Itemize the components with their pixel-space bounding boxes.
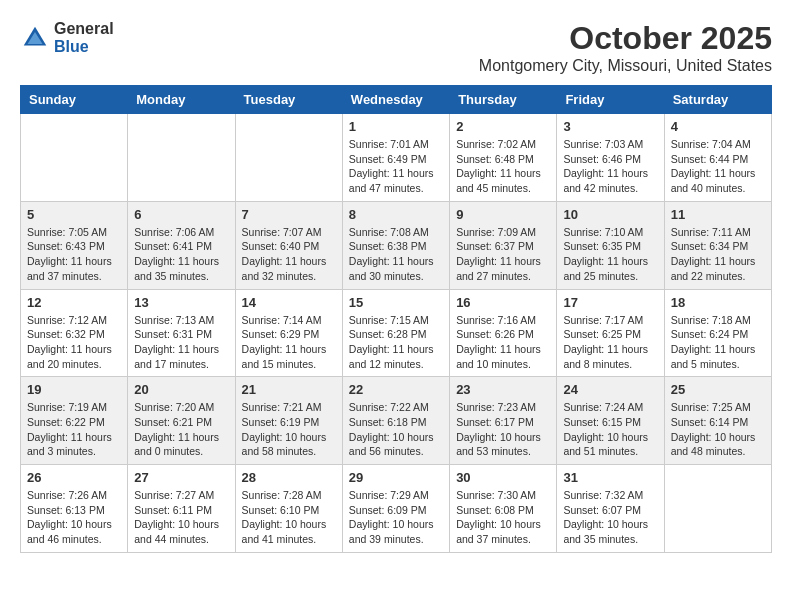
calendar-day-cell: 23Sunrise: 7:23 AM Sunset: 6:17 PM Dayli… <box>450 377 557 465</box>
day-number: 31 <box>563 470 657 485</box>
calendar-day-cell: 22Sunrise: 7:22 AM Sunset: 6:18 PM Dayli… <box>342 377 449 465</box>
day-info: Sunrise: 7:03 AM Sunset: 6:46 PM Dayligh… <box>563 137 657 196</box>
calendar-day-cell: 12Sunrise: 7:12 AM Sunset: 6:32 PM Dayli… <box>21 289 128 377</box>
day-info: Sunrise: 7:12 AM Sunset: 6:32 PM Dayligh… <box>27 313 121 372</box>
location-title: Montgomery City, Missouri, United States <box>479 57 772 75</box>
header-monday: Monday <box>128 86 235 114</box>
day-number: 17 <box>563 295 657 310</box>
day-info: Sunrise: 7:18 AM Sunset: 6:24 PM Dayligh… <box>671 313 765 372</box>
day-info: Sunrise: 7:21 AM Sunset: 6:19 PM Dayligh… <box>242 400 336 459</box>
day-info: Sunrise: 7:05 AM Sunset: 6:43 PM Dayligh… <box>27 225 121 284</box>
calendar-day-cell: 30Sunrise: 7:30 AM Sunset: 6:08 PM Dayli… <box>450 465 557 553</box>
day-number: 7 <box>242 207 336 222</box>
calendar-day-cell: 29Sunrise: 7:29 AM Sunset: 6:09 PM Dayli… <box>342 465 449 553</box>
calendar-day-cell: 13Sunrise: 7:13 AM Sunset: 6:31 PM Dayli… <box>128 289 235 377</box>
day-number: 19 <box>27 382 121 397</box>
calendar-day-cell: 25Sunrise: 7:25 AM Sunset: 6:14 PM Dayli… <box>664 377 771 465</box>
calendar-day-cell: 6Sunrise: 7:06 AM Sunset: 6:41 PM Daylig… <box>128 201 235 289</box>
day-info: Sunrise: 7:29 AM Sunset: 6:09 PM Dayligh… <box>349 488 443 547</box>
day-info: Sunrise: 7:08 AM Sunset: 6:38 PM Dayligh… <box>349 225 443 284</box>
day-number: 25 <box>671 382 765 397</box>
logo-general-text: General <box>54 20 114 38</box>
day-number: 11 <box>671 207 765 222</box>
logo-blue-text: Blue <box>54 38 114 56</box>
calendar-week-row: 19Sunrise: 7:19 AM Sunset: 6:22 PM Dayli… <box>21 377 772 465</box>
day-number: 5 <box>27 207 121 222</box>
calendar-day-cell: 27Sunrise: 7:27 AM Sunset: 6:11 PM Dayli… <box>128 465 235 553</box>
day-number: 14 <box>242 295 336 310</box>
day-number: 1 <box>349 119 443 134</box>
day-info: Sunrise: 7:28 AM Sunset: 6:10 PM Dayligh… <box>242 488 336 547</box>
day-info: Sunrise: 7:15 AM Sunset: 6:28 PM Dayligh… <box>349 313 443 372</box>
day-number: 24 <box>563 382 657 397</box>
day-info: Sunrise: 7:01 AM Sunset: 6:49 PM Dayligh… <box>349 137 443 196</box>
day-number: 27 <box>134 470 228 485</box>
day-info: Sunrise: 7:09 AM Sunset: 6:37 PM Dayligh… <box>456 225 550 284</box>
day-number: 26 <box>27 470 121 485</box>
calendar-day-cell: 8Sunrise: 7:08 AM Sunset: 6:38 PM Daylig… <box>342 201 449 289</box>
day-number: 6 <box>134 207 228 222</box>
day-info: Sunrise: 7:27 AM Sunset: 6:11 PM Dayligh… <box>134 488 228 547</box>
calendar-day-cell: 2Sunrise: 7:02 AM Sunset: 6:48 PM Daylig… <box>450 114 557 202</box>
calendar-day-cell <box>235 114 342 202</box>
day-info: Sunrise: 7:10 AM Sunset: 6:35 PM Dayligh… <box>563 225 657 284</box>
calendar-table: Sunday Monday Tuesday Wednesday Thursday… <box>20 85 772 553</box>
day-number: 9 <box>456 207 550 222</box>
day-info: Sunrise: 7:11 AM Sunset: 6:34 PM Dayligh… <box>671 225 765 284</box>
header-tuesday: Tuesday <box>235 86 342 114</box>
day-number: 30 <box>456 470 550 485</box>
calendar-day-cell: 19Sunrise: 7:19 AM Sunset: 6:22 PM Dayli… <box>21 377 128 465</box>
day-number: 23 <box>456 382 550 397</box>
day-info: Sunrise: 7:14 AM Sunset: 6:29 PM Dayligh… <box>242 313 336 372</box>
day-number: 12 <box>27 295 121 310</box>
calendar-day-cell: 16Sunrise: 7:16 AM Sunset: 6:26 PM Dayli… <box>450 289 557 377</box>
day-info: Sunrise: 7:06 AM Sunset: 6:41 PM Dayligh… <box>134 225 228 284</box>
day-info: Sunrise: 7:26 AM Sunset: 6:13 PM Dayligh… <box>27 488 121 547</box>
header-saturday: Saturday <box>664 86 771 114</box>
calendar-day-cell: 21Sunrise: 7:21 AM Sunset: 6:19 PM Dayli… <box>235 377 342 465</box>
calendar-day-cell <box>128 114 235 202</box>
calendar-week-row: 12Sunrise: 7:12 AM Sunset: 6:32 PM Dayli… <box>21 289 772 377</box>
calendar-day-cell: 18Sunrise: 7:18 AM Sunset: 6:24 PM Dayli… <box>664 289 771 377</box>
calendar-day-cell: 11Sunrise: 7:11 AM Sunset: 6:34 PM Dayli… <box>664 201 771 289</box>
day-number: 21 <box>242 382 336 397</box>
calendar-day-cell: 28Sunrise: 7:28 AM Sunset: 6:10 PM Dayli… <box>235 465 342 553</box>
calendar-day-cell: 31Sunrise: 7:32 AM Sunset: 6:07 PM Dayli… <box>557 465 664 553</box>
day-number: 13 <box>134 295 228 310</box>
header-wednesday: Wednesday <box>342 86 449 114</box>
calendar-day-cell: 1Sunrise: 7:01 AM Sunset: 6:49 PM Daylig… <box>342 114 449 202</box>
day-info: Sunrise: 7:04 AM Sunset: 6:44 PM Dayligh… <box>671 137 765 196</box>
calendar-week-row: 5Sunrise: 7:05 AM Sunset: 6:43 PM Daylig… <box>21 201 772 289</box>
calendar-day-cell: 24Sunrise: 7:24 AM Sunset: 6:15 PM Dayli… <box>557 377 664 465</box>
day-number: 4 <box>671 119 765 134</box>
day-number: 22 <box>349 382 443 397</box>
day-info: Sunrise: 7:32 AM Sunset: 6:07 PM Dayligh… <box>563 488 657 547</box>
calendar-day-cell: 17Sunrise: 7:17 AM Sunset: 6:25 PM Dayli… <box>557 289 664 377</box>
day-number: 15 <box>349 295 443 310</box>
logo-icon <box>20 23 50 53</box>
day-number: 18 <box>671 295 765 310</box>
calendar-week-row: 1Sunrise: 7:01 AM Sunset: 6:49 PM Daylig… <box>21 114 772 202</box>
calendar-day-cell: 20Sunrise: 7:20 AM Sunset: 6:21 PM Dayli… <box>128 377 235 465</box>
day-info: Sunrise: 7:20 AM Sunset: 6:21 PM Dayligh… <box>134 400 228 459</box>
day-number: 16 <box>456 295 550 310</box>
calendar-day-cell <box>664 465 771 553</box>
day-number: 10 <box>563 207 657 222</box>
day-number: 28 <box>242 470 336 485</box>
header-friday: Friday <box>557 86 664 114</box>
day-info: Sunrise: 7:16 AM Sunset: 6:26 PM Dayligh… <box>456 313 550 372</box>
header-thursday: Thursday <box>450 86 557 114</box>
day-info: Sunrise: 7:13 AM Sunset: 6:31 PM Dayligh… <box>134 313 228 372</box>
month-title: October 2025 <box>479 20 772 57</box>
day-info: Sunrise: 7:07 AM Sunset: 6:40 PM Dayligh… <box>242 225 336 284</box>
page-container: General Blue October 2025 Montgomery Cit… <box>20 20 772 553</box>
day-info: Sunrise: 7:22 AM Sunset: 6:18 PM Dayligh… <box>349 400 443 459</box>
day-number: 29 <box>349 470 443 485</box>
calendar-day-cell: 26Sunrise: 7:26 AM Sunset: 6:13 PM Dayli… <box>21 465 128 553</box>
calendar-day-cell: 9Sunrise: 7:09 AM Sunset: 6:37 PM Daylig… <box>450 201 557 289</box>
day-info: Sunrise: 7:19 AM Sunset: 6:22 PM Dayligh… <box>27 400 121 459</box>
calendar-day-cell: 7Sunrise: 7:07 AM Sunset: 6:40 PM Daylig… <box>235 201 342 289</box>
day-number: 8 <box>349 207 443 222</box>
day-info: Sunrise: 7:17 AM Sunset: 6:25 PM Dayligh… <box>563 313 657 372</box>
day-number: 3 <box>563 119 657 134</box>
